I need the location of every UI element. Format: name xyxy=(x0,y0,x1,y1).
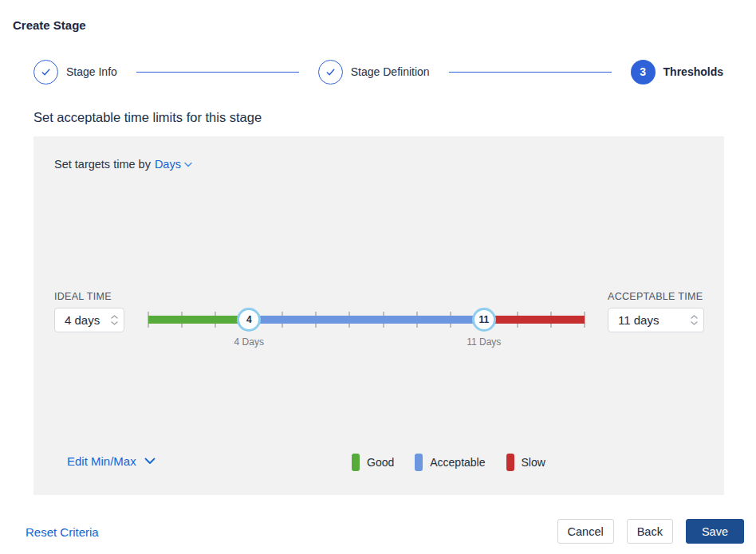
step-connector xyxy=(449,72,612,73)
section-heading: Set acceptable time limits for this stag… xyxy=(33,110,262,125)
cancel-button[interactable]: Cancel xyxy=(557,519,614,544)
chevron-down-icon xyxy=(111,321,118,325)
legend-label: Acceptable xyxy=(430,456,485,469)
acceptable-time-stepper[interactable] xyxy=(691,315,698,325)
step-stage-definition[interactable]: Stage Definition xyxy=(318,60,430,84)
step-label: Thresholds xyxy=(663,65,723,78)
page-title: Create Stage xyxy=(13,18,86,32)
reset-criteria-link[interactable]: Reset Criteria xyxy=(26,525,99,539)
legend-item-slow: Slow xyxy=(506,454,545,471)
chevron-down-icon xyxy=(184,162,192,167)
step-thresholds[interactable]: 3 Thresholds xyxy=(631,60,723,84)
step-label: Stage Info xyxy=(66,65,117,78)
footer-buttons: Cancel Back Save xyxy=(557,519,744,544)
create-stage-page: Create Stage Stage Info Stage Definition… xyxy=(0,0,756,554)
check-circle-icon xyxy=(318,60,343,84)
status-legend: Good Acceptable Slow xyxy=(352,454,545,471)
segment-good xyxy=(148,316,249,324)
ideal-time-input[interactable]: 4 days xyxy=(54,308,124,332)
ideal-time-value: 4 days xyxy=(65,313,100,327)
threshold-slider[interactable]: 4 11 4 Days 11 Days xyxy=(148,307,585,348)
legend-item-acceptable: Acceptable xyxy=(415,454,485,471)
acceptable-time-input[interactable]: 11 days xyxy=(608,308,704,332)
acceptable-time-label: ACCEPTABLE TIME xyxy=(608,291,703,302)
wizard-stepper: Stage Info Stage Definition 3 Thresholds xyxy=(33,59,723,84)
target-time-prefix: Set targets time by xyxy=(54,158,151,171)
ideal-day-label: 4 Days xyxy=(234,336,264,348)
acceptable-time-value: 11 days xyxy=(618,313,659,327)
step-label: Stage Definition xyxy=(351,65,430,78)
step-number-badge: 3 xyxy=(631,60,656,84)
time-unit-value: Days xyxy=(155,158,181,171)
ideal-time-stepper[interactable] xyxy=(111,315,118,325)
step-stage-info[interactable]: Stage Info xyxy=(33,60,117,84)
save-button[interactable]: Save xyxy=(686,519,744,544)
legend-item-good: Good xyxy=(352,454,394,471)
legend-label: Good xyxy=(367,456,394,469)
legend-label: Slow xyxy=(522,456,545,469)
slow-swatch-icon xyxy=(506,454,514,471)
chevron-up-icon xyxy=(111,315,118,319)
ideal-time-label: IDEAL TIME xyxy=(54,291,112,302)
edit-minmax-link[interactable]: Edit Min/Max xyxy=(67,454,156,468)
check-circle-icon xyxy=(33,60,58,84)
chevron-down-icon xyxy=(144,458,156,465)
back-button[interactable]: Back xyxy=(627,519,673,544)
step-connector xyxy=(136,72,299,73)
acceptable-swatch-icon xyxy=(415,454,423,471)
segment-slow xyxy=(484,316,585,324)
edit-minmax-label: Edit Min/Max xyxy=(67,454,136,468)
chevron-up-icon xyxy=(691,315,698,319)
thresholds-panel: Set targets time by Days IDEAL TIME 4 da… xyxy=(33,136,724,495)
time-unit-dropdown[interactable]: Days xyxy=(155,158,192,171)
acceptable-day-label: 11 Days xyxy=(467,336,501,348)
good-swatch-icon xyxy=(352,454,360,471)
target-time-row: Set targets time by Days xyxy=(54,158,192,171)
acceptable-handle[interactable]: 11 xyxy=(472,308,496,332)
segment-acceptable xyxy=(249,316,484,324)
ideal-handle[interactable]: 4 xyxy=(237,308,261,332)
chevron-down-icon xyxy=(691,321,698,325)
